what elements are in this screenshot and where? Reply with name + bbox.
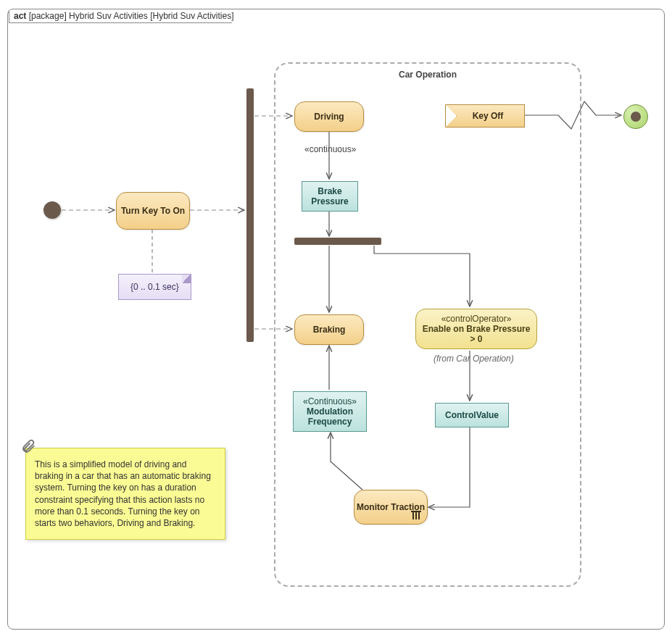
accept-event-label: Key Off <box>467 111 504 121</box>
frame-pkg: [package] <box>29 11 67 21</box>
constraint-note[interactable]: {0 .. 0.1 sec} <box>118 274 191 300</box>
object-brake-pressure[interactable]: Brake Pressure <box>302 181 358 212</box>
frame-kind: act <box>14 11 26 21</box>
object-label: ControlValue <box>445 410 499 420</box>
object-label: Brake Pressure <box>302 186 357 206</box>
stereotype: «Continuous» <box>303 396 357 406</box>
activity-diagram: act [package] Hybrid Suv Activities [Hyb… <box>0 0 672 639</box>
final-dot <box>631 112 641 122</box>
sticky-note[interactable]: This is a simplified model of driving an… <box>25 448 225 540</box>
object-label: Modulation Frequency <box>294 406 366 427</box>
action-braking[interactable]: Braking <box>294 314 364 345</box>
action-label: Driving <box>314 112 344 122</box>
frame-label: act [package] Hybrid Suv Activities [Hyb… <box>9 10 239 23</box>
fork-node[interactable] <box>246 88 254 342</box>
accept-event-key-off[interactable]: Key Off <box>445 104 525 128</box>
from-label: (from Car Operation) <box>434 354 514 364</box>
initial-node[interactable] <box>43 201 61 219</box>
fork-node-2[interactable] <box>294 238 381 245</box>
action-label: Braking <box>313 325 346 335</box>
edge-label-continuous: «continuous» <box>304 144 356 154</box>
region-title: Car Operation <box>275 70 580 80</box>
action-label: Turn Key To On <box>121 206 185 216</box>
object-modulation-frequency[interactable]: «Continuous» Modulation Frequency <box>293 391 367 432</box>
stereotype: «controlOperator» <box>422 314 531 324</box>
frame-bracket: [Hybrid Suv Activities] <box>150 11 233 21</box>
rake-icon <box>411 511 421 519</box>
accept-event-notch <box>445 104 457 128</box>
ctrl-op-label: Enable on Brake Pressure > 0 <box>423 324 531 344</box>
sticky-text: This is a simplified model of driving an… <box>35 459 211 528</box>
object-control-value[interactable]: ControlValue <box>435 403 509 427</box>
paperclip-icon <box>20 438 36 454</box>
action-monitor-traction[interactable]: Monitor Traction <box>354 490 428 525</box>
control-operator-enable[interactable]: «controlOperator» Enable on Brake Pressu… <box>415 309 537 349</box>
activity-final[interactable] <box>623 104 648 129</box>
frame-name: Hybrid Suv Activities <box>69 11 148 21</box>
constraint-text: {0 .. 0.1 sec} <box>130 282 179 292</box>
action-driving[interactable]: Driving <box>294 101 364 132</box>
action-turn-key-on[interactable]: Turn Key To On <box>116 192 190 230</box>
